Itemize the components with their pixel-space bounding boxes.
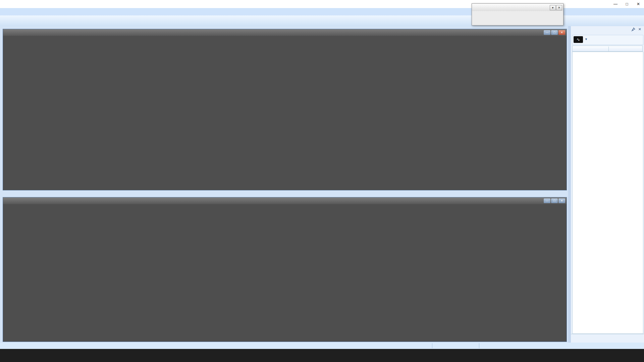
float-close-icon[interactable]: ✕ [556, 5, 562, 10]
spectrum-window: — □ ✕ [3, 29, 567, 190]
desktop: — □ ✕ — □ ✕ [0, 0, 644, 362]
close-button[interactable]: ✕ [633, 0, 644, 8]
mdi-area: — □ ✕ — □ ✕ [0, 26, 568, 343]
spectrum-minimize-button[interactable]: — [544, 30, 550, 35]
taskbar [0, 349, 644, 362]
panel-tab-strip [571, 334, 644, 342]
spectrum-titlebar[interactable]: — □ ✕ [3, 29, 567, 36]
pin-icon[interactable] [631, 27, 635, 32]
wave-content [3, 204, 567, 342]
multi-viranalyzer-window: ▼ ✕ [472, 3, 564, 25]
spectrum-content [3, 36, 567, 190]
wave-minimize-button[interactable]: — [544, 198, 550, 203]
float-titlebar[interactable]: ▼ ✕ [472, 4, 563, 11]
spectrum-restore-button[interactable]: □ [551, 30, 558, 35]
chevron-down-icon[interactable]: ▼ [585, 38, 588, 41]
float-collapse-icon[interactable]: ▼ [550, 5, 556, 10]
panel-toolbar: ∿ ▼ [572, 35, 643, 45]
wave-process-mode-icon[interactable]: ∿ [574, 36, 583, 43]
wave-window: — □ ✕ [3, 197, 567, 342]
spectrum-close-button[interactable]: ✕ [558, 30, 565, 35]
status-bar [0, 343, 644, 349]
panel-splitter[interactable] [568, 26, 571, 343]
grid-header [572, 46, 643, 52]
maximize-button[interactable]: □ [621, 0, 633, 8]
wave-titlebar[interactable]: — □ ✕ [3, 197, 567, 204]
panel-close-icon[interactable]: ✕ [638, 27, 641, 32]
wave-process-panel: ✕ ∿ ▼ [571, 26, 644, 343]
wave-close-button[interactable]: ✕ [558, 198, 565, 203]
wave-restore-button[interactable]: □ [551, 198, 558, 203]
minimize-button[interactable]: — [610, 0, 621, 8]
property-grid [572, 52, 643, 334]
